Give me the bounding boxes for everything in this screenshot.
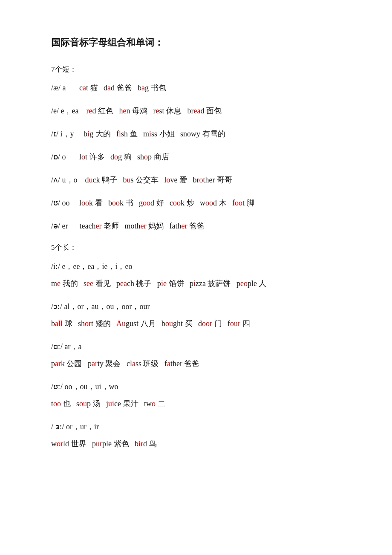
phonics-line-uu-phoneme: /ʊː/ oo，ou，ui，wo: [51, 379, 349, 394]
phonics-line-uu-words: too 也 soup 汤 juice 果汁 two 二: [51, 396, 349, 411]
word-ball: ball 球 short 矮的 August 八月 bought 买 door …: [51, 319, 250, 328]
phoneme-ae: /æ/ a: [51, 84, 78, 92]
phonics-line-ae: /æ/ a cat 猫 dad 爸爸 bag 书包: [51, 80, 349, 95]
phonics-line-oo-short: /ʊ/ oo look 看 book 书 good 好 cook 炒 wood …: [51, 195, 349, 211]
page-title: 国际音标字母组合和单词：: [51, 34, 349, 51]
word-lot: lot 许多 dog 狗 shop 商店: [79, 153, 169, 161]
word-me: me 我的 see 看见 peach 桃子 pie 馅饼 pizza 披萨饼 p…: [51, 279, 266, 288]
word-park: park 公园 party 聚会 class 班级 father 爸爸: [51, 359, 199, 368]
phoneme-e: /e/ e，ea: [51, 107, 84, 115]
short-label: 7个短：: [51, 63, 349, 76]
word-duck: duck 鸭子 bus 公交车 love 爱 brother 哥哥: [85, 176, 232, 184]
word-world: world 世界 purple 紫色 bird 鸟: [51, 439, 157, 448]
phonics-line-schwa: /ə/ er teacher 老师 mother 妈妈 father 爸爸: [51, 218, 349, 234]
phoneme-ii: /iː/ e，ee，ea，ie，i，eo: [51, 262, 132, 271]
phonics-line-i: /ɪ/ i，y big 大的 fish 鱼 miss 小姐 snowy 有雪的: [51, 126, 349, 142]
phonics-line-ii-phoneme: /iː/ e，ee，ea，ie，i，eo: [51, 259, 349, 274]
word-look: look 看 book 书 good 好 cook 炒 wood 木 foot …: [79, 199, 254, 207]
phonics-line-ar-words: park 公园 party 聚会 class 班级 father 爸爸: [51, 356, 349, 371]
phonics-line-o: /ɒ/ o lot 许多 dog 狗 shop 商店: [51, 149, 349, 165]
phoneme-uu: /ʊː/ oo，ou，ui，wo: [51, 382, 118, 391]
phoneme-o: /ɒ/ o: [51, 153, 78, 161]
phonics-line-e: /e/ e，ea red 红色 hen 母鸡 rest 休息 bread 面包: [51, 103, 349, 119]
phoneme-or: /ɔː/ al，or，au，ou，oor，our: [51, 302, 150, 311]
phoneme-i: /ɪ/ i，y: [51, 130, 82, 138]
word-cat: cat 猫 dad 爸爸 bag 书包: [79, 84, 166, 92]
phonics-line-ar-phoneme: /ɑː/ ar，a: [51, 339, 349, 354]
phonics-line-ii-words: me 我的 see 看见 peach 桃子 pie 馅饼 pizza 披萨饼 p…: [51, 276, 349, 291]
phonics-line-or-words: ball 球 short 矮的 August 八月 bought 买 door …: [51, 316, 349, 331]
phonics-line-or-phoneme: /ɔː/ al，or，au，ou，oor，our: [51, 299, 349, 314]
phonics-line-u: /ʌ/ u，o duck 鸭子 bus 公交车 love 爱 brother 哥…: [51, 172, 349, 188]
word-big: big 大的 fish 鱼 miss 小姐 snowy 有雪的: [84, 130, 225, 138]
phoneme-ar: /ɑː/ ar，a: [51, 342, 81, 351]
word-red: red 红色 hen 母鸡 rest 休息 bread 面包: [86, 107, 221, 115]
phoneme-er: / ɜː/ or，ur，ir: [51, 422, 99, 431]
phoneme-schwa: /ə/ er: [51, 222, 78, 230]
long-label: 5个长：: [51, 241, 349, 254]
phonics-line-er-phoneme: / ɜː/ or，ur，ir: [51, 419, 349, 434]
word-teacher: teacher 老师 mother 妈妈 father 爸爸: [80, 222, 205, 230]
phonics-line-er-words: world 世界 purple 紫色 bird 鸟: [51, 436, 349, 451]
word-too: too 也 soup 汤 juice 果汁 two 二: [51, 399, 165, 408]
phoneme-u: /ʌ/ u，o: [51, 176, 83, 184]
phoneme-oo-short: /ʊ/ oo: [51, 199, 78, 207]
